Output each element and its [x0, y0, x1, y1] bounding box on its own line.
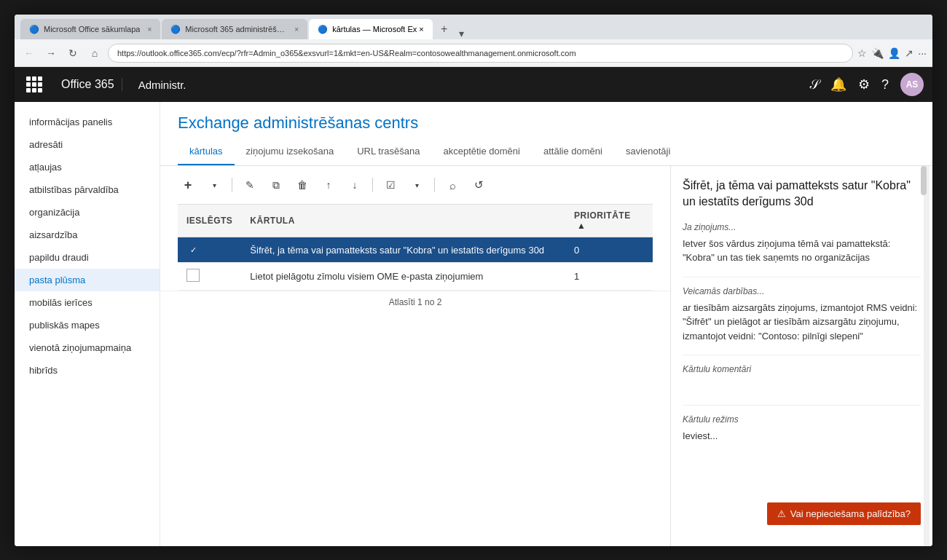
refresh-button[interactable]: ↺: [468, 175, 489, 195]
detail-section4-content: Ieviest...: [683, 429, 921, 443]
tab-url-trace[interactable]: URL trasēšana: [345, 138, 431, 165]
search-button[interactable]: ⌕: [442, 175, 463, 195]
page-title: Exchange administrēšanas centrs: [178, 114, 915, 133]
toolbar-separator-3: [434, 178, 435, 192]
back-button[interactable]: ←: [20, 44, 38, 62]
detail-section2-content: ar tiesībām aizsargāts ziņojums, izmanto…: [683, 301, 921, 344]
tab-accepted-domains[interactable]: akceptētie domēni: [431, 138, 532, 165]
browser-actions: ☆ 🔌 👤 ↗ ···: [857, 47, 927, 59]
row-2-enabled: [178, 263, 241, 291]
tab-connectors[interactable]: savienotāji: [614, 138, 682, 165]
col-header-enabled: IESLĒGTS: [178, 205, 241, 237]
sidebar-item-compliance[interactable]: atbilstības pārvaldība: [15, 178, 160, 201]
warning-icon: ⚠: [777, 508, 786, 519]
notifications-icon[interactable]: 🔔: [830, 76, 846, 92]
sidebar-item-mailflow[interactable]: pasta plūsma: [15, 269, 160, 291]
bookmark-icon[interactable]: ☆: [857, 47, 867, 59]
office-header: Office 365 Administr. 𝒮 🔔 ⚙ ? AS: [15, 67, 932, 102]
sidebar-item-dashboard[interactable]: informācijas panelis: [15, 111, 160, 133]
help-icon[interactable]: ?: [881, 77, 889, 92]
enable-dropdown-button[interactable]: ▾: [406, 175, 427, 195]
sidebar-item-unified-messaging[interactable]: vienotā ziņojumapmaiņa: [15, 336, 160, 359]
new-tab-button[interactable]: +: [434, 19, 455, 39]
page-header: Exchange administrēšanas centrs: [160, 102, 932, 138]
detail-divider-1: [683, 277, 921, 277]
detail-section3-label: Kārtulu komentāri: [683, 364, 921, 374]
row-1-enabled: ✓: [178, 237, 241, 263]
sidebar-item-threats[interactable]: papildu draudi: [15, 246, 160, 269]
tab-kartulas[interactable]: 🔵 kārtulas — Microsoft Ex ×: [309, 19, 433, 39]
avatar[interactable]: AS: [900, 73, 924, 96]
tab-close-1[interactable]: ×: [147, 25, 152, 33]
office-logo: Office 365: [54, 78, 122, 91]
checkbox-2[interactable]: [186, 269, 200, 282]
move-up-button[interactable]: ↑: [318, 175, 339, 195]
row-2-priority: 1: [565, 263, 653, 291]
sort-arrow-icon: ▲: [577, 221, 586, 231]
extension-icon[interactable]: 🔌: [871, 47, 884, 59]
sidebar-item-hybrid[interactable]: hibrīds: [15, 359, 160, 382]
detail-title: Šifrēt, ja tēma vai pamatteksts satur "K…: [683, 178, 921, 210]
scrollbar-track[interactable]: [924, 166, 930, 546]
browser-frame: 🔵 Microsoft Office sākumlapa × 🔵 Microso…: [15, 15, 932, 546]
user-profile-icon[interactable]: 👤: [888, 47, 900, 59]
sidebar-item-organization[interactable]: organizācija: [15, 201, 160, 224]
tab-office-home[interactable]: 🔵 Microsoft Office sākumlapa ×: [20, 19, 160, 39]
enable-button[interactable]: ☑: [380, 175, 401, 195]
row-1-rule: Šifrēt, ja tēma vai pamatteksts satur "K…: [241, 237, 565, 263]
rules-table: IESLĒGTS KĀRTULA PRIORITĀTE ▲: [178, 204, 653, 291]
row-2-rule: Lietot pielāgotu zīmolu visiem OME e-pas…: [241, 263, 565, 291]
tab-message-trace[interactable]: ziņojumu izsekošana: [235, 138, 346, 165]
sidebar-item-recipients[interactable]: adresāti: [15, 133, 160, 156]
checkbox-1[interactable]: ✓: [186, 243, 200, 256]
table-section: + ▾ ✎ ⧉ 🗑 ↑ ↓ ☑ ▾ ⌕ ↺: [160, 166, 670, 546]
add-button[interactable]: +: [178, 175, 198, 195]
tab-dropdown-button[interactable]: ▾: [459, 28, 464, 39]
add-dropdown-button[interactable]: ▾: [204, 175, 224, 195]
detail-section1-label: Ja ziņojums...: [683, 222, 921, 232]
copy-button[interactable]: ⧉: [266, 175, 286, 195]
detail-section4-label: Kārtulu režims: [683, 414, 921, 425]
toolbar-separator-1: [232, 178, 232, 192]
detail-section3-content: [683, 379, 921, 393]
skype-icon[interactable]: 𝒮: [809, 77, 819, 92]
nav-tabs: kārtulas ziņojumu izsekošana URL trasēša…: [160, 138, 932, 166]
detail-divider-2: [683, 355, 921, 355]
address-input[interactable]: [108, 44, 853, 63]
detail-section1-content: Ietver šos vārdus ziņojuma tēmā vai pama…: [683, 237, 921, 265]
edit-button[interactable]: ✎: [240, 175, 260, 195]
table-wrapper: IESLĒGTS KĀRTULA PRIORITĀTE ▲: [160, 204, 670, 291]
address-bar: ← → ↻ ⌂ ☆ 🔌 👤 ↗ ···: [15, 39, 932, 67]
detail-divider-3: [683, 405, 921, 406]
tab-kartulas[interactable]: kārtulas: [178, 138, 235, 165]
delete-button[interactable]: 🗑: [292, 175, 313, 195]
detail-section2-label: Veicamās darbības...: [683, 286, 921, 296]
tab-bar: 🔵 Microsoft Office sākumlapa × 🔵 Microso…: [15, 15, 932, 39]
waffle-menu[interactable]: [23, 74, 45, 95]
reload-button[interactable]: ↻: [64, 44, 82, 62]
table-row[interactable]: ✓ Šifrēt, ja tēma vai pamatteksts satur …: [178, 237, 653, 263]
move-down-button[interactable]: ↓: [345, 175, 365, 195]
toolbar: + ▾ ✎ ⧉ 🗑 ↑ ↓ ☑ ▾ ⌕ ↺: [160, 166, 670, 204]
sidebar-item-protection[interactable]: aizsardzība: [15, 224, 160, 246]
sidebar-item-public-folders[interactable]: publiskās mapes: [15, 314, 160, 336]
col-header-rule: KĀRTULA: [241, 205, 565, 237]
tab-close-2[interactable]: ×: [294, 25, 299, 33]
col-header-priority[interactable]: PRIORITĀTE ▲: [565, 205, 653, 237]
content-area: Exchange administrēšanas centrs kārtulas…: [160, 102, 932, 546]
sidebar-item-mobile[interactable]: mobilās ierīces: [15, 291, 160, 314]
tab-admin[interactable]: 🔵 Microsoft 365 administrēšan... ×: [162, 19, 307, 39]
share-icon[interactable]: ↗: [905, 47, 913, 59]
sidebar-item-permissions[interactable]: atļaujas: [15, 156, 160, 178]
status-bar: Atlasīti 1 no 2: [160, 291, 670, 313]
help-button[interactable]: ⚠ Vai nepieciešama palīdzība?: [767, 502, 921, 525]
tab-remote-domains[interactable]: attālie domēni: [532, 138, 614, 165]
home-button[interactable]: ⌂: [86, 44, 103, 62]
scrollbar-thumb[interactable]: [921, 166, 927, 195]
toolbar-separator-2: [372, 178, 373, 192]
main-layout: informācijas panelis adresāti atļaujas a…: [15, 102, 932, 546]
forward-button[interactable]: →: [42, 44, 60, 62]
more-icon[interactable]: ···: [918, 47, 927, 59]
table-row[interactable]: Lietot pielāgotu zīmolu visiem OME e-pas…: [178, 263, 653, 291]
settings-icon[interactable]: ⚙: [858, 76, 870, 92]
